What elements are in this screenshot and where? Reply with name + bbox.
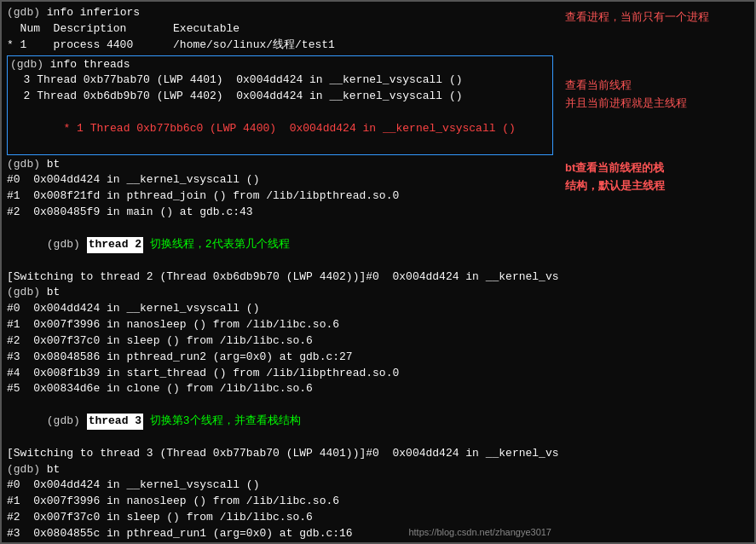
line-thread1-star: * 1 Thread 0xb77bb6c0 (LWP 4400) 0x004dd… [10,105,550,153]
main-container: (gdb) info inferiors Num Description Exe… [0,0,756,544]
line-bt2-1: #1 0x007f3996 in nanosleep () from /lib/… [7,317,553,333]
annotation-2: 查看当前线程 并且当前进程就是主线程 [565,77,687,113]
line-switching2: [Switching to thread 2 (Thread 0xb6db9b7… [7,269,553,286]
line-bt2: #2 0x080485f9 in main () at gdb.c:43 [7,205,553,221]
bt-block-2: (gdb) bt #0 0x004dd424 in __kernel_vsysc… [7,285,553,397]
line-thread3: 3 Thread 0xb77bab70 (LWP 4401) 0x004dd42… [10,72,550,89]
thread3-cmd: thread 3 [87,414,143,430]
line-thread2: 2 Thread 0xb6db9b70 (LWP 4402) 0x004dd42… [10,89,550,105]
line-star1: * 1 process 4400 /home/so/linux/线程/test1 [7,38,553,54]
line-bt3-cmd: (gdb) bt [7,462,553,478]
line-bt3-1: #1 0x007f3996 in nanosleep () from /lib/… [7,494,553,510]
annotation-1: 查看进程，当前只有一个进程 [565,9,709,26]
line-bt1: #1 0x008f21fd in pthread_join () from /l… [7,188,553,205]
line-thread2-switch: (gdb) thread 2 切换线程，2代表第几个线程 [7,221,553,269]
line-thread3-switch: (gdb) thread 3 切换第3个线程，并查看栈结构 [7,397,553,446]
annotation-panel: 查看进程，当前只有一个进程 查看当前线程 并且当前进程就是主线程 bt查看当前线… [558,2,754,542]
line-bt3-0: #0 0x004dd424 in __kernel_vsyscall () [7,477,553,494]
info-inferiors-block: (gdb) info inferiors Num Description Exe… [7,5,553,54]
line-info-threads: (gdb) info threads [10,57,550,73]
line-1: (gdb) info inferiors [7,5,553,21]
line-bt3-2: #2 0x007f37c0 in sleep () from /lib/libc… [7,510,553,526]
line-bt2-0: #0 0x004dd424 in __kernel_vsyscall () [7,301,553,317]
terminal-panel[interactable]: (gdb) info inferiors Num Description Exe… [2,2,558,542]
bt-block-1: (gdb) bt #0 0x004dd424 in __kernel_vsysc… [7,157,553,221]
line-bt2-2: #2 0x007f37c0 in sleep () from /lib/libc… [7,333,553,350]
thread2-cmd: thread 2 [87,237,143,253]
line-bt2-5: #5 0x00834d6e in clone () from /lib/libc… [7,381,553,397]
line-bt0: #0 0x004dd424 in __kernel_vsyscall () [7,172,553,188]
line-bt-cmd: (gdb) bt [7,157,553,173]
line-bt2-cmd: (gdb) bt [7,285,553,301]
watermark: https://blog.csdn.net/zhangye3017 [408,527,551,537]
line-switching3: [Switching to thread 3 (Thread 0xb77bab7… [7,446,553,462]
line-bt2-3: #3 0x08048586 in pthread_run2 (arg=0x0) … [7,350,553,366]
annotation-3: bt查看当前线程的栈 结构，默认是主线程 [565,159,665,195]
info-threads-block: (gdb) info threads 3 Thread 0xb77bab70 (… [7,55,553,155]
line-bt2-4: #4 0x008f1b39 in start_thread () from /l… [7,366,553,382]
line-header: Num Description Executable [7,21,553,38]
